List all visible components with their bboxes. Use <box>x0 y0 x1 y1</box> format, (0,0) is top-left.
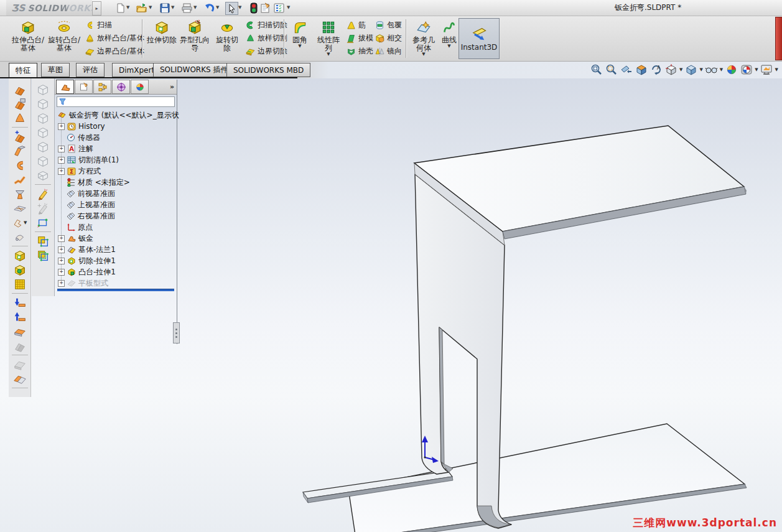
view-cube-right-icon[interactable] <box>35 125 50 139</box>
save-button[interactable] <box>159 2 170 14</box>
jog-icon[interactable] <box>12 172 27 187</box>
expander[interactable]: + <box>58 246 65 253</box>
expander[interactable]: + <box>58 168 65 175</box>
tab-evaluate[interactable]: 评估 <box>76 63 105 77</box>
welded-corner-icon[interactable] <box>12 230 27 244</box>
dimxpertmanager-tab[interactable] <box>112 80 130 94</box>
mirror-button[interactable]: 镜向 <box>375 45 402 57</box>
menu-expand-arrow[interactable]: ▸ <box>92 1 101 16</box>
view-cube-back-icon[interactable] <box>35 96 50 111</box>
tree-item-cut-extrude[interactable]: + 切除-拉伸1 <box>58 255 116 266</box>
open-dropdown[interactable]: ▼ <box>149 5 155 11</box>
curves-button[interactable]: 曲线▼ <box>439 18 459 59</box>
select-dropdown[interactable]: ▼ <box>238 5 244 11</box>
tree-item-origin[interactable]: 原点 <box>67 222 93 233</box>
tree-item-sensors[interactable]: 传感器 <box>67 132 100 143</box>
tab-features[interactable]: 特征 <box>9 63 37 78</box>
expander[interactable]: + <box>58 123 65 130</box>
view-cube-left-icon[interactable] <box>35 111 50 125</box>
undo-button[interactable] <box>203 2 215 14</box>
view-settings-dropdown[interactable]: ▼ <box>775 68 778 72</box>
hide-show-items-dropdown[interactable]: ▼ <box>720 68 723 72</box>
view-cube-bottom-icon[interactable] <box>35 154 50 168</box>
lofted-boss-button[interactable]: 放样凸台/基体 <box>85 32 144 44</box>
cross-break-icon[interactable] <box>12 201 27 215</box>
tree-root-part[interactable]: 钣金折弯 (默认<<默认>_显示状 <box>58 110 179 121</box>
panel-tabs-more[interactable]: » <box>170 83 174 91</box>
sketch-icon[interactable] <box>35 187 50 201</box>
rotate-view-icon[interactable] <box>649 63 663 76</box>
select-tool-button[interactable] <box>225 2 238 15</box>
expander[interactable]: + <box>58 157 65 164</box>
file-properties-button[interactable] <box>259 2 271 14</box>
expander[interactable]: + <box>58 235 65 242</box>
convert-entities-icon[interactable] <box>35 234 50 248</box>
view-orientation-icon[interactable] <box>664 63 677 76</box>
previous-view-icon[interactable] <box>620 63 633 76</box>
tree-item-top-plane[interactable]: 上视基准面 <box>67 199 115 210</box>
3d-sketch-icon[interactable]: + <box>35 201 50 215</box>
boundary-boss-button[interactable]: 边界凸台/基体 <box>85 45 144 57</box>
tree-item-sheet-metal[interactable]: + 钣金 <box>58 233 93 244</box>
print-dropdown[interactable]: ▼ <box>193 5 200 11</box>
tree-item-flat-pattern[interactable]: + 平板型式 <box>58 278 108 289</box>
extruded-boss-button[interactable]: 拉伸凸台/基体 <box>11 18 45 59</box>
tree-item-material[interactable]: 材质 <未指定> <box>67 177 130 188</box>
fillet-button[interactable]: 圆角▼ <box>287 18 312 59</box>
view-cube-front-icon[interactable] <box>35 82 50 96</box>
apply-scene-dropdown[interactable]: ▼ <box>755 68 758 72</box>
offset-entities-icon[interactable] <box>35 248 50 263</box>
tree-item-right-plane[interactable]: 右视基准面 <box>67 210 115 222</box>
lofted-bend-icon[interactable] <box>12 111 27 125</box>
lofted-cut-button[interactable]: 放样切割 <box>245 32 287 44</box>
tab-sketch[interactable]: 草图 <box>41 63 70 77</box>
expander[interactable]: + <box>58 258 65 264</box>
options-dropdown[interactable]: ▼ <box>287 5 293 11</box>
new-document-button[interactable] <box>114 2 126 14</box>
fold-icon[interactable] <box>12 310 27 324</box>
tree-item-history[interactable]: + History <box>58 121 105 132</box>
intersect-button[interactable]: 相交 <box>375 32 402 44</box>
boundary-cut-button[interactable]: 边界切除 <box>245 45 287 57</box>
vent-icon[interactable] <box>12 277 27 291</box>
tree-filter-input[interactable] <box>67 98 174 106</box>
tree-item-front-plane[interactable]: 前视基准面 <box>67 188 115 199</box>
tab-sw-addins[interactable]: SOLIDWORKS 插件 <box>153 63 235 77</box>
expander[interactable]: + <box>58 280 65 287</box>
displaymanager-tab[interactable] <box>131 80 149 94</box>
wrap-button[interactable]: 包覆 <box>375 19 402 31</box>
tree-item-boss-extrude[interactable]: + 凸台-拉伸1 <box>58 266 116 278</box>
expander[interactable]: + <box>58 269 65 276</box>
revolved-cut-button[interactable]: 旋转切除 <box>213 18 241 59</box>
extruded-cut-button[interactable]: 拉伸切除 <box>147 18 177 59</box>
open-button[interactable] <box>136 2 147 14</box>
rib-button[interactable]: 筋 <box>346 19 373 31</box>
hem-icon[interactable] <box>12 158 27 172</box>
revolved-boss-button[interactable]: 旋转凸台/基体 <box>46 18 82 59</box>
apply-scene-icon[interactable] <box>740 63 753 76</box>
insert-bends-icon[interactable] <box>12 338 27 353</box>
tab-sw-mbd[interactable]: SOLIDWORKS MBD <box>226 63 310 77</box>
tree-item-equations[interactable]: + 方程式 <box>58 166 101 177</box>
rip-icon[interactable] <box>12 357 27 371</box>
tree-item-cutlist[interactable]: + 切割清单(1) <box>58 154 119 166</box>
sweep-button[interactable]: 扫描 <box>85 19 144 31</box>
reference-geometry-button[interactable]: 参考几何体▼ <box>409 18 438 59</box>
base-flange-icon[interactable] <box>12 82 27 96</box>
corner-relief-icon[interactable]: ▼ <box>12 215 27 230</box>
shell-button[interactable]: 抽壳 <box>346 45 373 57</box>
featuremanager-tab[interactable] <box>56 80 74 94</box>
convert-to-sheet-metal-icon[interactable] <box>12 96 27 111</box>
display-style-icon[interactable] <box>684 63 697 76</box>
expander[interactable]: + <box>58 146 65 152</box>
sketched-bend-icon[interactable] <box>12 187 27 201</box>
swept-cut-button[interactable]: 扫描切除 <box>245 19 287 31</box>
save-dropdown[interactable]: ▼ <box>171 5 177 11</box>
flatten-icon[interactable] <box>12 371 27 386</box>
edit-appearance-icon[interactable] <box>725 63 738 76</box>
tree-filter-box[interactable] <box>57 96 175 107</box>
linear-pattern-button[interactable]: 线性阵列▼ <box>314 18 343 59</box>
tree-item-base-flange[interactable]: + 基体-法兰1 <box>58 244 116 255</box>
view-orientation-dropdown[interactable]: ▼ <box>679 68 682 72</box>
draft-button[interactable]: 拔模 <box>346 32 373 44</box>
